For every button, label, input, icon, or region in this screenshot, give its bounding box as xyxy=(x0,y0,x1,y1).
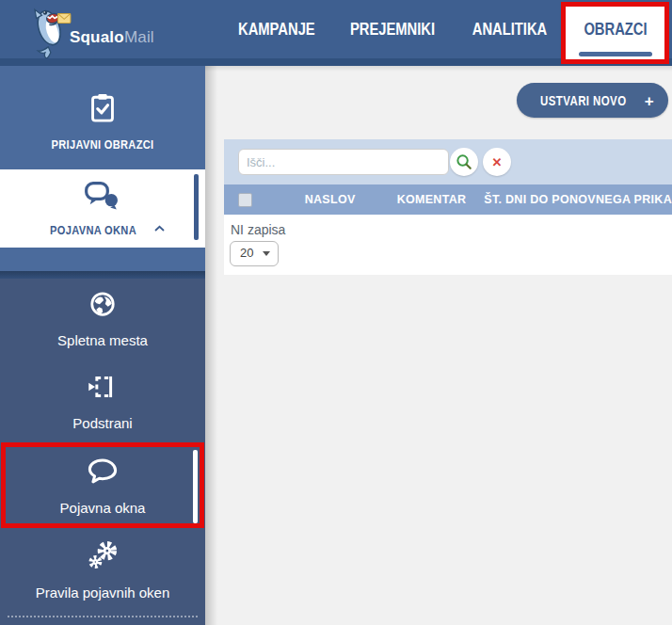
x-icon: ✕ xyxy=(492,155,503,169)
sidebar-bottom-dotted-divider xyxy=(8,616,198,617)
speech-bubble-icon xyxy=(86,457,120,489)
submenu-item-label: Podstrani xyxy=(0,415,205,431)
magnifier-icon xyxy=(456,153,472,170)
page-size-dropdown[interactable]: 20 xyxy=(230,241,279,266)
submenu-item-label: Spletna mesta xyxy=(0,332,205,348)
select-all-checkbox[interactable] xyxy=(238,193,252,207)
search-input[interactable] xyxy=(238,149,449,175)
nav-item-analitika[interactable]: ANALITIKA xyxy=(464,0,554,58)
nav-item-kampanje[interactable]: KAMPANJE xyxy=(226,0,328,58)
globe-icon xyxy=(88,290,117,322)
submenu-item-pojavna-okna[interactable]: Pojavna okna xyxy=(0,457,205,516)
table-header-checkbox-cell xyxy=(224,193,281,207)
submenu-item-label: Pravila pojavnih oken xyxy=(0,585,205,601)
column-header-st-dni[interactable]: ŠT. DNI DO PONOVNEGA PRIKA xyxy=(484,193,672,206)
chevron-down-icon xyxy=(263,251,270,256)
chat-bubbles-icon xyxy=(84,180,121,216)
active-tab-underline xyxy=(579,52,652,56)
logo[interactable]: SqualoMail xyxy=(24,2,166,62)
brand-name: SqualoMail xyxy=(70,28,154,47)
create-new-button[interactable]: USTVARI NOVO+ xyxy=(517,83,668,118)
active-indicator-bar xyxy=(193,450,198,523)
table-header-row: NASLOV KOMENTAR ŠT. DNI DO PONOVNEGA PRI… xyxy=(224,184,672,215)
column-header-komentar[interactable]: KOMENTAR xyxy=(379,193,485,206)
search-toolbar: ✕ xyxy=(224,139,672,184)
app-root: SqualoMail KAMPANJE PREJEMNIKI ANALITIKA… xyxy=(0,0,672,625)
active-indicator-bar xyxy=(194,174,199,240)
shark-mascot-icon xyxy=(24,2,75,60)
nav-item-obrazci-active[interactable]: OBRAZCI xyxy=(566,4,665,60)
clear-search-button[interactable]: ✕ xyxy=(483,148,511,176)
sidebar-item-prijavni-obrazci[interactable]: PRIJAVNI OBRAZCI xyxy=(0,66,205,169)
sidebar-divider-strip xyxy=(0,248,205,271)
submenu-item-spletna-mesta[interactable]: Spletna mesta xyxy=(0,290,205,348)
subpage-icon xyxy=(88,373,118,405)
sidebar-item-label: PRIJAVNI OBRAZCI xyxy=(19,137,187,152)
sidebar-shadow xyxy=(205,66,217,625)
header-shadow xyxy=(205,66,672,72)
search-button[interactable] xyxy=(450,148,478,176)
column-header-naslov[interactable]: NASLOV xyxy=(281,193,379,206)
empty-table-message: NI zapisa xyxy=(231,222,285,237)
sidebar-item-pojavna-okna[interactable]: POJAVNA OKNA xyxy=(0,169,205,248)
sidebar-divider-shadow xyxy=(0,271,205,279)
sidebar: PRIJAVNI OBRAZCI POJAVNA OKNA xyxy=(0,66,205,625)
table-body: NI zapisa 20 xyxy=(224,215,672,275)
sidebar-item-label: POJAVNA OKNA xyxy=(50,223,136,237)
submenu-item-label: Pojavna okna xyxy=(0,500,205,516)
submenu-item-pravila-pojavnih-oken[interactable]: Pravila pojavnih oken xyxy=(0,540,205,601)
plus-icon: + xyxy=(645,92,654,110)
nav-item-prejemniki[interactable]: PREJEMNIKI xyxy=(341,0,444,58)
submenu-item-podstrani[interactable]: Podstrani xyxy=(0,373,205,431)
gears-icon xyxy=(87,540,119,574)
clipboard-check-icon xyxy=(88,92,118,128)
page-size-value: 20 xyxy=(240,246,253,260)
top-navigation-bar: SqualoMail KAMPANJE PREJEMNIKI ANALITIKA… xyxy=(0,0,672,66)
chevron-up-icon xyxy=(154,219,165,235)
